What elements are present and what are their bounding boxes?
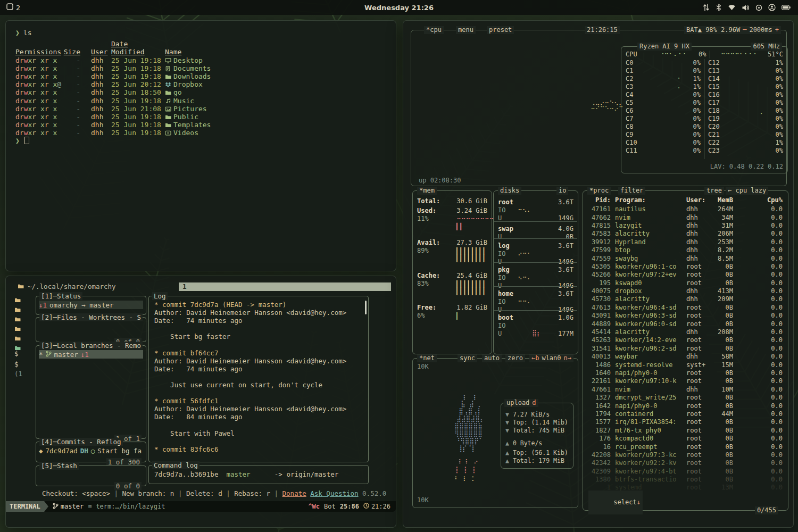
process-row[interactable]: 1827mt76-tx phy0root0B0.0: [587, 427, 784, 435]
cpu-box-label[interactable]: *cpu: [424, 26, 444, 34]
process-row[interactable]: 176kcompactd0root0B0.0: [587, 435, 784, 443]
idle-circle-icon[interactable]: [755, 4, 762, 11]
process-row[interactable]: 31541kworker/u96:2-sdroot0B0.0: [587, 345, 784, 353]
interval-decrease-button[interactable]: ─: [743, 26, 746, 34]
process-row[interactable]: 43091kworker/u96:3-sdroot0B0.0: [587, 312, 784, 320]
next-interface-button[interactable]: n→: [564, 354, 571, 362]
log-panel[interactable]: Log * commit 7dc9d7a (HEAD -> master)Aut…: [148, 296, 369, 462]
cpu-total-row: CPU ⠐⠒⠂⠄⠂⠂ 0% ⠒⠒⠒⠒⠂⠂⠂⠂ 51°C: [626, 51, 783, 59]
folder-icon[interactable]: [14, 296, 21, 304]
process-row[interactable]: 47661nvimdhh10M0.0: [587, 386, 784, 394]
folder-icon[interactable]: [14, 306, 21, 314]
net-stats-box: uploadd ▼ 7.27 KiB/s ▼ Top: (1.14 Mib) ▼…: [501, 403, 573, 469]
process-row[interactable]: 1380btrfs-transactioroot0B0.0: [587, 476, 784, 484]
stash-panel[interactable]: [5]─Stash 0 of 0: [36, 466, 146, 486]
process-row[interactable]: 47161nautilusdhh264M0.0: [587, 205, 784, 213]
process-row[interactable]: 1577irq/81-PIXA3854:root0B0.0: [587, 418, 784, 426]
ask-question-link[interactable]: Ask Question: [310, 489, 358, 497]
process-row[interactable]: 45266kworker/u97:2+evroot0B0.0: [587, 271, 784, 279]
scrollbar[interactable]: [365, 301, 367, 314]
updown-arrows-icon[interactable]: [703, 4, 710, 11]
mode-indicator[interactable]: TERMINAL: [6, 501, 44, 512]
workspace-indicator[interactable]: 2: [6, 3, 20, 12]
process-row[interactable]: 47815lazygitdhh31M0.0: [587, 222, 784, 230]
process-row[interactable]: 40013waybardhh58M0.0: [587, 353, 784, 361]
process-row[interactable]: 22161kworker/u97:10-kroot0B0.0: [587, 377, 784, 385]
core-row: C10%: [626, 67, 701, 75]
core-row: C90%: [626, 131, 701, 139]
commits-panel[interactable]: [4]─Commits - Reflog ◆ 7dc9d7ad DH ○ Sta…: [36, 442, 146, 462]
tab-bar[interactable]: 1: [179, 282, 391, 291]
command-text: ls: [23, 29, 32, 37]
preset-button[interactable]: preset: [487, 26, 514, 34]
core-row: C140%: [708, 75, 783, 83]
process-row[interactable]: 42309kworker/u97:4-btroot0B0.0: [587, 468, 784, 476]
folder-icon[interactable]: [14, 325, 21, 333]
sort-column-selector[interactable]: ← cpu lazy: [726, 187, 768, 195]
proc-box-label[interactable]: *proc: [587, 187, 611, 195]
status-panel[interactable]: [1]─Status ↓1 omarchy → master: [36, 296, 146, 315]
branches-panel[interactable]: [3]─Local branches - Remo * master ↓1 1 …: [36, 345, 146, 439]
files-panel[interactable]: [2]─Files - Worktrees - S 0 of 0: [36, 317, 146, 342]
folder-icon[interactable]: [14, 315, 21, 323]
process-row[interactable]: 1640napi/phy0-0root0B0.0: [587, 369, 784, 377]
branch-row-selected[interactable]: * master ↓1: [39, 350, 143, 359]
mem-box-label[interactable]: *mem: [417, 187, 437, 195]
volume-icon[interactable]: [742, 4, 750, 11]
folder-icon: [165, 113, 173, 121]
process-row[interactable]: 195kswapd0root0B0.0: [587, 279, 784, 287]
process-row[interactable]: 45730alacrittydhh209M0.0: [587, 295, 784, 303]
filter-button[interactable]: filter: [618, 187, 645, 195]
menu-icon[interactable]: ≡: [88, 503, 92, 510]
process-row[interactable]: 44889kworker/u96:0-sdroot0B0.0: [587, 320, 784, 328]
process-row[interactable]: 45305kworker/u96:1-coroot0B0.0: [587, 263, 784, 271]
tab-label[interactable]: 1: [182, 282, 187, 290]
mem-total-row: Total:30.6 GiB: [417, 197, 487, 205]
wifi-icon[interactable]: [728, 4, 736, 11]
tree-button[interactable]: tree: [704, 187, 724, 195]
process-row[interactable]: 42342kworker/u92:2-kvroot0B0.0: [587, 459, 784, 467]
process-row[interactable]: 1794containerdroot44M0.0: [587, 410, 784, 418]
process-row[interactable]: 47583alacrittydhh206M0.0: [587, 230, 784, 238]
process-row[interactable]: 1327dmcrypt_write/25root0B0.0: [587, 394, 784, 402]
statusbar-clock: 21:26: [363, 503, 390, 510]
menu-button[interactable]: menu: [456, 26, 476, 34]
net-box-label[interactable]: *net: [417, 354, 437, 362]
commit-row[interactable]: ◆ 7dc9d7ad DH ○ Start bg fa: [39, 446, 143, 455]
interval-increase-button[interactable]: +: [775, 26, 779, 34]
prev-interface-button[interactable]: ←b: [531, 354, 539, 362]
process-row[interactable]: 47559swaybgdhh8.5M0.0: [587, 254, 784, 262]
commit-log: * commit 7dc9d7a (HEAD -> master)Author:…: [154, 301, 362, 460]
command-log-title: Command log: [152, 461, 200, 469]
file-row: drwxr xr x-dhh25 Jun 21:08Pictures: [15, 105, 388, 113]
process-row[interactable]: 45263kworker/14:2-everoot0B0.0: [587, 336, 784, 344]
process-row[interactable]: 16rcu_preemptroot0B0.0: [587, 443, 784, 451]
process-table-headers[interactable]: Pid: Program: User: MemB Cpu%: [587, 196, 784, 204]
empty-prompt-line[interactable]: ❯: [15, 137, 388, 145]
process-row[interactable]: 1642napi/phy0-0root0B0.0: [587, 402, 784, 410]
process-row[interactable]: 40075dropboxdhh413M0.0: [587, 287, 784, 295]
file-row: drwxr xr x-dhh25 Jun 19:18Public: [15, 113, 388, 121]
process-row[interactable]: 47662nvimdhh34M0.0: [587, 213, 784, 221]
process-row[interactable]: 45414alacrittydhh208M0.0: [587, 328, 784, 336]
core-row: C50%: [626, 99, 701, 107]
process-row[interactable]: 39912Hyprlanddhh253M0.0: [587, 238, 784, 246]
net-sync-button[interactable]: sync: [458, 354, 477, 362]
folder-icon[interactable]: [14, 335, 21, 343]
donate-link[interactable]: Donate: [282, 489, 306, 497]
documents-icon: [165, 64, 173, 72]
net-auto-button[interactable]: auto: [482, 354, 502, 362]
select-button[interactable]: select↓: [588, 491, 643, 514]
account-icon[interactable]: [768, 4, 776, 11]
workspace-number: 2: [16, 4, 20, 12]
branches-panel-title: [3]─Local branches - Remo: [39, 342, 143, 350]
bluetooth-icon[interactable]: [716, 4, 722, 11]
process-row[interactable]: 47613kworker/u96:4-sdroot0B0.0: [587, 304, 784, 312]
process-row[interactable]: 47599btopdhh8.2M0.0: [587, 246, 784, 254]
process-row[interactable]: 1486systemd-resolvesyst+15M0.0: [587, 361, 784, 369]
git-branch-segment[interactable]: master: [53, 503, 84, 511]
net-zero-button[interactable]: zero: [505, 354, 525, 362]
status-row[interactable]: ↓1 omarchy → master: [39, 301, 143, 309]
battery-icon[interactable]: [782, 5, 791, 10]
process-row[interactable]: 42208kworker/u97:3-kcroot0B0.0: [587, 451, 784, 459]
